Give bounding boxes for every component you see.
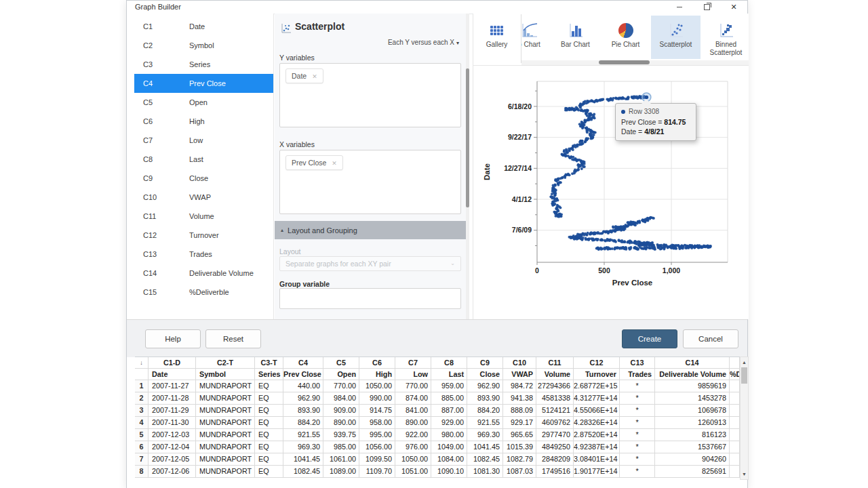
- column-header-name[interactable]: Series: [255, 369, 283, 380]
- column-header-name[interactable]: Turnover: [574, 369, 620, 380]
- table-cell[interactable]: EQ: [255, 392, 283, 405]
- table-cell[interactable]: 1099.50: [359, 453, 395, 466]
- reset-button[interactable]: Reset: [205, 329, 261, 348]
- table-cell[interactable]: 2007-11-28: [149, 392, 196, 405]
- table-cell[interactable]: MUNDRAPORT: [196, 429, 255, 441]
- table-cell[interactable]: 1453278: [655, 392, 730, 405]
- column-header-id[interactable]: C12: [574, 357, 620, 369]
- table-cell[interactable]: 1050.00: [359, 380, 395, 392]
- layout-grouping-section-header[interactable]: ▴ Layout and Grouping: [275, 221, 466, 239]
- table-cell[interactable]: 990.00: [359, 392, 395, 405]
- table-cell[interactable]: 2.68772E+15: [574, 380, 620, 392]
- table-cell[interactable]: 921.55: [467, 417, 503, 429]
- table-cell[interactable]: 770.00: [395, 380, 431, 392]
- table-cell[interactable]: 1069678: [655, 405, 730, 417]
- table-cell[interactable]: 4.92387E+14: [574, 441, 620, 453]
- column-header-id[interactable]: C11: [536, 357, 574, 369]
- table-cell[interactable]: 893.90: [283, 405, 323, 417]
- column-header-id[interactable]: C4: [283, 357, 323, 369]
- table-cell[interactable]: 4581338: [536, 392, 574, 405]
- table-cell[interactable]: EQ: [255, 453, 283, 466]
- gallery-item-binned-scatterplot[interactable]: Binned Scatterplot: [701, 16, 749, 59]
- table-cell[interactable]: [730, 417, 740, 429]
- table-cell[interactable]: 1537667: [655, 441, 730, 453]
- column-header-id[interactable]: C6: [359, 357, 395, 369]
- table-cell[interactable]: 2848209: [536, 453, 574, 466]
- worksheet-scrollbar[interactable]: ▲ ▼: [740, 357, 749, 480]
- table-cell[interactable]: 884.20: [467, 405, 503, 417]
- x-variable-chip[interactable]: Prev Close✕: [285, 155, 343, 170]
- table-cell[interactable]: *: [620, 466, 655, 478]
- table-cell[interactable]: 1082.45: [283, 466, 323, 478]
- table-cell[interactable]: *: [620, 429, 655, 441]
- table-cell[interactable]: EQ: [255, 405, 283, 417]
- table-cell[interactable]: EQ: [255, 380, 283, 392]
- table-cell[interactable]: 2007-11-29: [149, 405, 196, 417]
- table-cell[interactable]: 893.90: [467, 392, 503, 405]
- table-cell[interactable]: 2007-11-30: [149, 417, 196, 429]
- table-cell[interactable]: 1749516: [536, 466, 574, 478]
- gallery-item-pie-chart[interactable]: Pie Chart: [601, 16, 650, 59]
- column-item-c12[interactable]: C12Turnover: [134, 226, 273, 245]
- column-item-c4[interactable]: C4Prev Close: [134, 74, 273, 93]
- table-cell[interactable]: 884.20: [283, 417, 323, 429]
- table-cell[interactable]: 965.65: [503, 429, 536, 441]
- table-cell[interactable]: 921.55: [283, 429, 323, 441]
- table-cell[interactable]: 1049.00: [431, 441, 467, 453]
- table-cell[interactable]: 1050.00: [395, 453, 431, 466]
- builder-panel-scrollbar[interactable]: [466, 14, 469, 319]
- table-cell[interactable]: 4.31277E+14: [574, 392, 620, 405]
- column-item-c2[interactable]: C2Symbol: [134, 36, 273, 55]
- scrollbar-thumb[interactable]: [599, 60, 650, 64]
- help-button[interactable]: Help: [145, 329, 201, 348]
- column-item-c10[interactable]: C10VWAP: [134, 188, 273, 207]
- column-header-name[interactable]: Symbol: [196, 369, 255, 380]
- column-header-name[interactable]: Last: [431, 369, 467, 380]
- row-number[interactable]: 1: [135, 380, 149, 392]
- table-cell[interactable]: 887.00: [431, 405, 467, 417]
- column-item-c11[interactable]: C11Volume: [134, 207, 273, 226]
- gallery-scrollbar[interactable]: [521, 60, 749, 65]
- cancel-button[interactable]: Cancel: [683, 329, 738, 348]
- table-cell[interactable]: 904260: [655, 453, 730, 466]
- table-cell[interactable]: 3.08401E+14: [574, 453, 620, 466]
- table-cell[interactable]: 922.00: [395, 429, 431, 441]
- table-cell[interactable]: *: [620, 380, 655, 392]
- titlebar[interactable]: Graph Builder ✕: [127, 1, 747, 14]
- row-number[interactable]: 2: [135, 392, 149, 405]
- table-cell[interactable]: MUNDRAPORT: [196, 417, 255, 429]
- table-cell[interactable]: 1090.10: [431, 466, 467, 478]
- row-number[interactable]: 6: [135, 441, 149, 453]
- table-cell[interactable]: 958.00: [359, 417, 395, 429]
- table-cell[interactable]: EQ: [255, 429, 283, 441]
- column-item-c15[interactable]: C15%Deliverble: [134, 283, 273, 302]
- table-cell[interactable]: 4.55066E+14: [574, 405, 620, 417]
- table-cell[interactable]: [730, 466, 740, 478]
- row-number[interactable]: 5: [135, 429, 149, 441]
- column-header-id[interactable]: C14: [655, 357, 730, 369]
- table-cell[interactable]: [730, 405, 740, 417]
- table-cell[interactable]: 27294366: [536, 380, 574, 392]
- remove-chip-icon[interactable]: ✕: [332, 160, 337, 167]
- row-number[interactable]: 8: [135, 466, 149, 478]
- remove-chip-icon[interactable]: ✕: [312, 73, 317, 80]
- table-cell[interactable]: 909.00: [323, 405, 359, 417]
- table-cell[interactable]: 890.00: [323, 417, 359, 429]
- table-cell[interactable]: 4.28326E+14: [574, 417, 620, 429]
- gallery-item-bar-chart[interactable]: Bar Chart: [551, 16, 600, 59]
- group-variable-box[interactable]: [279, 288, 461, 309]
- table-cell[interactable]: 2.87520E+14: [574, 429, 620, 441]
- table-cell[interactable]: 2977470: [536, 429, 574, 441]
- column-header-id[interactable]: C5: [323, 357, 359, 369]
- table-cell[interactable]: 888.09: [503, 405, 536, 417]
- table-cell[interactable]: 841.00: [395, 405, 431, 417]
- column-item-c7[interactable]: C7Low: [134, 131, 273, 150]
- column-item-c1[interactable]: C1Date: [134, 17, 273, 36]
- worksheet-corner-cell[interactable]: ↓: [135, 357, 149, 369]
- table-cell[interactable]: EQ: [255, 466, 283, 478]
- column-header-name[interactable]: Low: [395, 369, 431, 380]
- table-cell[interactable]: 941.38: [503, 392, 536, 405]
- table-cell[interactable]: *: [620, 392, 655, 405]
- table-cell[interactable]: 1.90177E+14: [574, 466, 620, 478]
- x-variables-box[interactable]: Prev Close✕: [279, 150, 461, 214]
